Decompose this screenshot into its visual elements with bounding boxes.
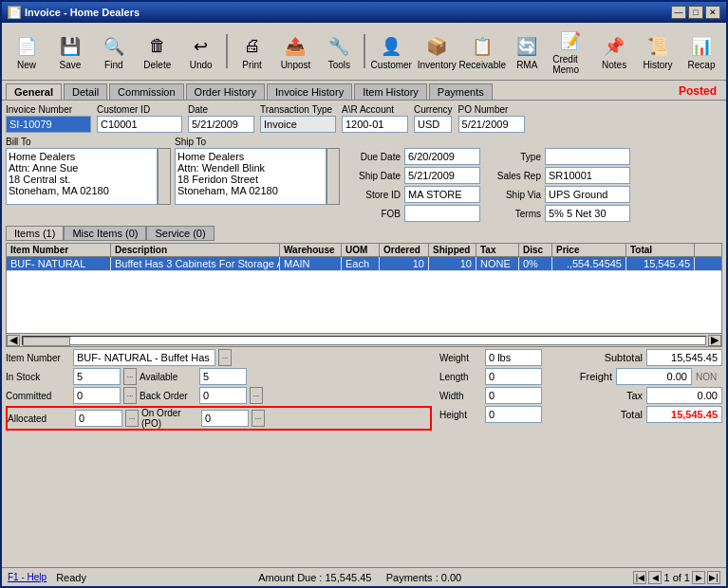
maximize-button[interactable]: □ [688,6,703,19]
ship-to-scrollbar[interactable] [327,148,340,205]
on-order-dots-btn[interactable]: ··· [252,410,265,427]
cell-disc: 0% [519,257,552,270]
right-fields: Type Sales Rep Ship Via Terms [484,148,630,222]
width-label: Width [439,391,482,401]
store-id-input[interactable] [404,186,480,203]
toolbar-tools[interactable]: 🔧 Tools [318,30,360,73]
toolbar-history[interactable]: 📜 History [637,30,679,73]
tools-icon: 🔧 [326,33,352,60]
ar-account-input[interactable] [342,116,408,133]
bill-to-scrollbar[interactable] [158,148,171,205]
close-button[interactable]: ✕ [705,6,720,19]
scroll-left-btn[interactable]: ◀ [7,335,20,346]
scrollbar-thumb[interactable] [23,337,70,346]
toolbar-delete[interactable]: 🗑 Delete [137,30,178,73]
width-input[interactable] [485,387,542,404]
toolbar-undo[interactable]: ↩ Undo [180,30,222,73]
unpost-icon: 📤 [282,33,308,60]
length-input[interactable] [485,368,542,385]
minimize-button[interactable]: — [671,6,686,19]
invoice-number-input[interactable] [6,116,91,133]
content-area: Invoice Number Customer ID Date Transact… [2,101,726,567]
in-stock-row: In Stock ··· Available [6,368,432,385]
height-input[interactable] [485,406,542,423]
tab-invoice-history[interactable]: Invoice History [267,83,352,100]
delete-label: Delete [143,60,171,70]
col-item-number: Item Number [7,244,111,256]
ship-to-textarea[interactable]: Home Dealers Attn: Wendell Blink 18 Feri… [175,148,327,205]
back-order-input[interactable] [199,387,247,404]
toolbar-rma[interactable]: 🔄 RMA [506,30,548,73]
tab-order-history[interactable]: Order History [186,83,265,100]
toolbar-unpost[interactable]: 📤 Unpost [275,30,317,73]
allocated-input[interactable] [75,410,122,427]
sub-tab-misc[interactable]: Misc Items (0) [64,226,146,241]
sub-tab-service[interactable]: Service (0) [146,226,214,241]
on-order-input[interactable] [201,410,249,427]
in-stock-input[interactable] [73,368,121,385]
toolbar-save[interactable]: 💾 Save [49,30,91,73]
ship-date-input[interactable] [404,167,480,184]
bill-to-textarea[interactable]: Home Dealers Attn: Anne Sue 18 Central s… [6,148,158,205]
ship-to-label: Ship To [175,137,340,147]
freight-value[interactable] [616,368,692,385]
type-input[interactable] [545,148,630,165]
tax-value[interactable] [646,387,722,404]
tab-payments[interactable]: Payments [429,83,493,100]
tab-commission[interactable]: Commission [109,83,184,100]
scroll-right-btn[interactable]: ▶ [708,335,721,346]
tab-general[interactable]: General [6,83,62,100]
available-input[interactable] [199,368,247,385]
toolbar-find[interactable]: 🔍 Find [93,30,135,73]
print-label: Print [242,60,262,70]
weight-input[interactable] [485,349,542,366]
total-label: Total [586,409,643,420]
toolbar-new[interactable]: 📄 New [6,30,47,73]
toolbar-print[interactable]: 🖨 Print [232,30,273,73]
customer-id-label: Customer ID [97,104,182,115]
form-row-1: Invoice Number Customer ID Date Transact… [6,104,722,133]
grid-scrollbar-horizontal[interactable]: ◀ ▶ [7,333,721,346]
tab-detail[interactable]: Detail [64,83,107,100]
toolbar-customer[interactable]: 👤 Customer [369,30,413,73]
toolbar-receivable[interactable]: 📋 Receivable [460,30,504,73]
currency-input[interactable] [414,116,452,133]
sales-rep-label: Sales Rep [484,171,541,181]
toolbar-creditmemo[interactable]: 📝 Credit Memo [550,25,591,78]
toolbar-inventory[interactable]: 📦 Inventory [415,30,458,73]
due-date-input[interactable] [404,148,480,165]
receivable-label: Receivable [459,60,506,70]
item-number-dots-btn[interactable]: ··· [218,349,232,366]
terms-input[interactable] [545,205,630,222]
nav-last-btn[interactable]: ▶| [707,571,720,584]
sub-tab-items[interactable]: Items (1) [6,226,64,241]
nav-first-btn[interactable]: |◀ [633,571,646,584]
fob-input[interactable] [404,205,480,222]
table-row[interactable]: BUF- NATURAL Buffet Has 3 Cabinets For S… [7,257,721,271]
sales-rep-input[interactable] [545,167,630,184]
undo-icon: ↩ [188,33,215,60]
toolbar-notes[interactable]: 📌 Notes [593,30,635,73]
committed-dots-btn[interactable]: ··· [123,387,137,404]
toolbar-recap[interactable]: 📊 Recap [681,30,722,73]
nav-prev-btn[interactable]: ◀ [648,571,662,584]
help-link[interactable]: F1 - Help [8,572,47,582]
committed-input[interactable] [73,387,121,404]
allocated-dots-btn[interactable]: ··· [125,410,139,427]
tab-item-history[interactable]: Item History [354,83,427,100]
date-input[interactable] [188,116,254,133]
tools-label: Tools [328,60,350,70]
customer-id-input[interactable] [97,116,182,133]
terms-row: Terms [484,205,630,222]
amount-due-status: Amount Due : 15,545.45 Payments : 0.00 [96,572,625,583]
history-icon: 📜 [644,33,671,60]
nav-next-btn[interactable]: ▶ [692,571,705,584]
back-order-dots-btn[interactable]: ··· [250,387,263,404]
in-stock-dots-btn[interactable]: ··· [123,368,137,385]
po-number-input[interactable] [458,116,525,133]
new-icon: 📄 [13,33,40,60]
ship-via-input[interactable] [545,186,630,203]
item-number-bottom-input[interactable] [73,349,215,366]
toolbar: 📄 New 💾 Save 🔍 Find 🗑 Delete ↩ Undo 🖨 Pr… [2,23,726,81]
col-tax: Tax [476,244,519,256]
